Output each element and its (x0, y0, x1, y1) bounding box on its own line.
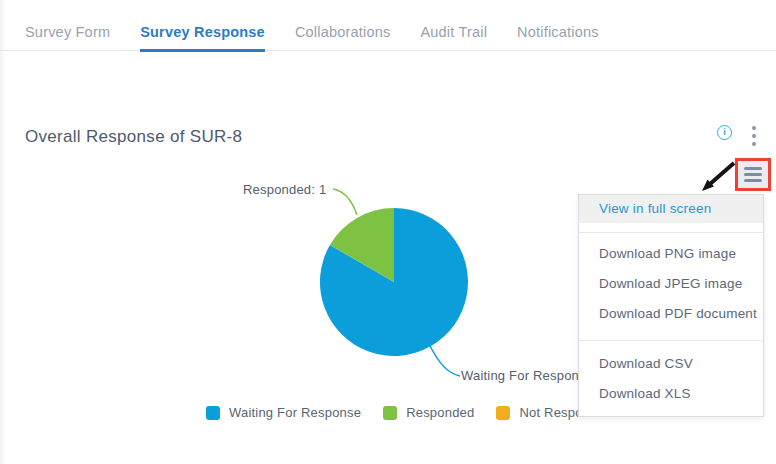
menu-item-download-jpeg[interactable]: Download JPEG image (579, 269, 763, 299)
chart-legend: Waiting For Response Responded Not Respo… (206, 405, 612, 420)
menu-separator (579, 232, 763, 233)
menu-item-download-pdf[interactable]: Download PDF document (579, 299, 763, 329)
legend-swatch-green (383, 406, 397, 420)
pie-slices[interactable] (320, 208, 468, 356)
hamburger-bar (744, 167, 762, 170)
legend-label: Responded (406, 405, 474, 420)
pie-label-waiting: Waiting For Respon (461, 368, 579, 383)
hamburger-bar (744, 173, 762, 176)
hamburger-bar (744, 179, 762, 182)
legend-item-waiting[interactable]: Waiting For Response (206, 405, 361, 420)
legend-item-responded[interactable]: Responded (383, 405, 474, 420)
responded-label-connector (333, 189, 357, 215)
menu-item-view-full-screen[interactable]: View in full screen (579, 195, 763, 223)
waiting-label-connector (428, 342, 460, 376)
legend-swatch-blue (206, 406, 220, 420)
annotation-red-box (735, 158, 771, 191)
legend-label: Waiting For Response (229, 405, 361, 420)
menu-item-download-png[interactable]: Download PNG image (579, 239, 763, 269)
menu-item-download-xls[interactable]: Download XLS (579, 379, 763, 409)
pie-label-responded: Responded: 1 (243, 182, 326, 197)
menu-separator (579, 340, 763, 341)
export-context-menu: View in full screen Download PNG image D… (578, 194, 764, 417)
menu-item-download-csv[interactable]: Download CSV (579, 349, 763, 379)
hamburger-menu-icon[interactable] (738, 161, 768, 188)
legend-swatch-yellow (496, 406, 510, 420)
